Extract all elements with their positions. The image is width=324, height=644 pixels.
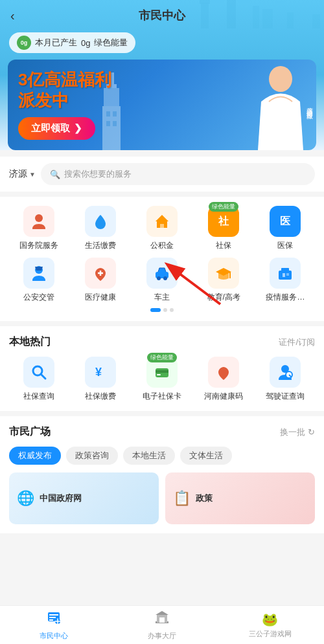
svg-rect-46 bbox=[49, 614, 58, 616]
service-icon-jiaoyu bbox=[208, 258, 239, 289]
svg-rect-10 bbox=[287, 12, 294, 28]
plaza-tab-wenhua[interactable]: 文体生活 bbox=[180, 447, 232, 465]
local-grid: 社保查询 ¥ 社保缴费 绿色能量 电子社保卡 河南健康码 驾驶证查询 bbox=[9, 357, 315, 402]
local-item-henan-health[interactable]: 河南健康码 bbox=[194, 357, 253, 402]
back-button[interactable]: ‹ bbox=[10, 8, 15, 23]
service-item-chezhu[interactable]: 车主 bbox=[132, 258, 191, 303]
services-grid: 国务院服务 生活缴费 公积金 绿色能量 社 社保 医 医保 bbox=[9, 206, 315, 303]
local-label-shebao-query: 社保查询 bbox=[23, 391, 54, 402]
services-section: 国务院服务 生活缴费 公积金 绿色能量 社 社保 医 医保 bbox=[0, 197, 324, 321]
svg-rect-30 bbox=[229, 272, 231, 278]
green-energy-label: 本月已产生 bbox=[35, 37, 77, 49]
service-label-gongjijin: 公积金 bbox=[150, 240, 174, 251]
plaza-refresh[interactable]: 换一批 ↻ bbox=[280, 427, 315, 438]
local-item-shebao-query[interactable]: 社保查询 bbox=[9, 357, 68, 402]
service-label-shenghuo: 生活缴费 bbox=[85, 240, 116, 251]
nav-hall[interactable]: 办事大厅 bbox=[108, 606, 216, 645]
svg-rect-40 bbox=[156, 370, 168, 373]
service-item-jiaoyu[interactable]: 教育/高考 bbox=[194, 258, 253, 303]
plaza-section-header: 市民广场 换一批 ↻ bbox=[9, 425, 315, 439]
service-item-shenghuo[interactable]: 生活缴费 bbox=[71, 206, 130, 251]
plaza-title: 市民广场 bbox=[9, 425, 51, 439]
policy-icon: 📋 bbox=[173, 490, 191, 507]
svg-rect-54 bbox=[162, 617, 165, 623]
svg-marker-24 bbox=[156, 215, 168, 221]
plaza-tab-zhengce[interactable]: 政策咨询 bbox=[66, 447, 118, 465]
search-bar[interactable]: 🔍 搜索你想要的服务 bbox=[41, 163, 315, 185]
plaza-card-gov[interactable]: 🌐 中国政府网 bbox=[9, 472, 159, 524]
service-item-gonganjiaoguan[interactable]: 公安交管 bbox=[9, 258, 68, 303]
plaza-tab-weiquan[interactable]: 权威发布 bbox=[9, 447, 61, 465]
local-section-action[interactable]: 证件/订阅 bbox=[279, 337, 315, 348]
plaza-tabs: 权威发布 政策咨询 本地生活 文体生活 bbox=[9, 447, 315, 465]
service-icon-yiliao bbox=[85, 258, 116, 289]
service-item-guowu[interactable]: 国务院服务 bbox=[9, 206, 68, 251]
svg-marker-52 bbox=[156, 611, 168, 615]
service-label-yiqing: 疫情服务… bbox=[266, 292, 305, 303]
svg-text:¥: ¥ bbox=[95, 366, 102, 379]
local-item-shebao-pay[interactable]: ¥ 社保缴费 bbox=[71, 357, 130, 402]
banner[interactable]: 3亿高温福利 派发中 立即领取 ❯ bbox=[8, 60, 316, 150]
svg-rect-32 bbox=[281, 268, 289, 272]
banner-side-text: 首席 清凉 官 薇娅 bbox=[305, 102, 314, 107]
svg-point-21 bbox=[269, 66, 292, 92]
gov-text: 中国政府网 bbox=[40, 493, 82, 504]
local-icon-henan-health bbox=[208, 357, 239, 388]
plaza-section: 市民广场 换一批 ↻ 权威发布 政策咨询 本地生活 文体生活 🌐 中国政府网 📋… bbox=[0, 416, 324, 533]
svg-rect-48 bbox=[49, 619, 53, 621]
search-placeholder: 搜索你想要的服务 bbox=[64, 168, 132, 180]
service-item-yiqing[interactable]: 疫情服务… bbox=[256, 258, 315, 303]
green-badge-shebao: 绿色能量 bbox=[209, 202, 238, 212]
bottom-navigation: 市民中心 办事大厅 🐸 三公子游戏网 bbox=[0, 605, 324, 644]
banner-claim-button[interactable]: 立即领取 ❯ bbox=[18, 117, 95, 140]
svg-rect-11 bbox=[297, 4, 310, 28]
nav-hall-label: 办事大厅 bbox=[148, 631, 176, 641]
local-hot-section: 本地热门 证件/订阅 社保查询 ¥ 社保缴费 绿色能量 电子社保卡 bbox=[0, 326, 324, 411]
local-label-shebao-pay: 社保缴费 bbox=[85, 391, 116, 402]
city-skyline-icon bbox=[194, 0, 324, 28]
green-energy-value: 0g bbox=[81, 38, 90, 48]
policy-text: 政策 bbox=[196, 493, 213, 504]
plaza-cards: 🌐 中国政府网 📋 政策 bbox=[9, 472, 315, 524]
local-icon-jiashi bbox=[270, 357, 301, 388]
local-icon-shebao-query bbox=[23, 357, 54, 388]
local-section-title: 本地热门 bbox=[9, 335, 51, 349]
svg-rect-2 bbox=[211, 0, 224, 28]
service-label-yiliao: 医疗健康 bbox=[85, 292, 116, 303]
service-icon-gonganjiaoguan bbox=[23, 258, 54, 289]
nav-game[interactable]: 🐸 三公子游戏网 bbox=[216, 608, 324, 643]
local-item-e-shebao[interactable]: 绿色能量 电子社保卡 bbox=[132, 357, 191, 402]
local-section-header: 本地热门 证件/订阅 bbox=[9, 335, 315, 349]
service-item-shebao[interactable]: 绿色能量 社 社保 bbox=[194, 206, 253, 251]
plaza-card-policy[interactable]: 📋 政策 bbox=[165, 472, 315, 524]
dot-3 bbox=[170, 308, 174, 312]
green-energy-bar: 0g 本月已产生 0g 绿色能量 bbox=[9, 32, 135, 53]
svg-rect-12 bbox=[312, 14, 320, 28]
local-icon-shebao-pay: ¥ bbox=[85, 357, 116, 388]
svg-point-29 bbox=[163, 276, 167, 280]
service-item-gongjijin[interactable]: 公积金 bbox=[132, 206, 191, 251]
svg-rect-33 bbox=[283, 273, 285, 277]
svg-rect-34 bbox=[286, 273, 289, 276]
nav-citizen-label: 市民中心 bbox=[40, 631, 68, 641]
local-label-jiashi: 驾驶证查询 bbox=[266, 391, 305, 402]
nav-game-icon: 🐸 bbox=[262, 612, 278, 627]
nav-citizen-center[interactable]: 市民中心 bbox=[0, 606, 108, 645]
svg-rect-6 bbox=[238, 0, 250, 28]
nav-game-label: 三公子游戏网 bbox=[249, 629, 292, 639]
local-item-jiashi[interactable]: 驾驶证查询 bbox=[256, 357, 315, 402]
svg-rect-7 bbox=[253, 6, 259, 28]
service-item-yiliao[interactable]: 医疗健康 bbox=[71, 258, 130, 303]
service-icon-chezhu bbox=[146, 258, 178, 289]
gov-icon: 🌐 bbox=[17, 490, 34, 507]
location-button[interactable]: 济源 ▼ bbox=[9, 168, 36, 180]
header-top: ‹ 市民中心 bbox=[0, 0, 324, 28]
svg-rect-1 bbox=[200, 0, 210, 4]
svg-point-28 bbox=[157, 276, 161, 280]
service-item-yibao[interactable]: 医 医保 bbox=[256, 206, 315, 251]
page-title: 市民中心 bbox=[139, 8, 185, 23]
svg-point-22 bbox=[35, 214, 43, 222]
svg-rect-53 bbox=[159, 617, 162, 623]
location-label: 济源 bbox=[9, 168, 27, 180]
plaza-tab-shenghuo[interactable]: 本地生活 bbox=[123, 447, 175, 465]
